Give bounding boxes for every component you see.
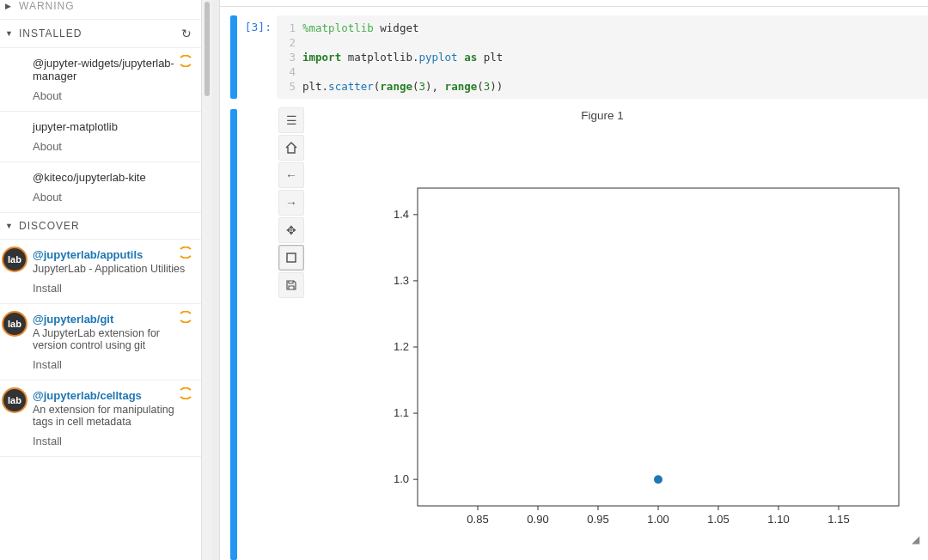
chevron-down-icon: ▼ bbox=[5, 222, 14, 230]
section-label: WARNING bbox=[19, 0, 75, 12]
section-discover[interactable]: ▼ DISCOVER bbox=[0, 213, 201, 240]
svg-text:1.1: 1.1 bbox=[394, 406, 409, 419]
jupyter-icon bbox=[179, 55, 192, 67]
ext-title-link[interactable]: @jupyterlab/git bbox=[33, 313, 191, 326]
installed-ext-item[interactable]: jupyter-matplotlib About bbox=[0, 112, 201, 162]
code-content[interactable]: %matplotlib widget import matplotlib.pyp… bbox=[302, 21, 928, 94]
mpl-home-button[interactable] bbox=[278, 135, 304, 161]
svg-text:0.90: 0.90 bbox=[527, 513, 548, 526]
section-installed[interactable]: ▼ INSTALLED ↻ bbox=[0, 20, 201, 48]
svg-text:1.15: 1.15 bbox=[827, 513, 849, 526]
svg-rect-0 bbox=[287, 253, 296, 262]
svg-text:1.2: 1.2 bbox=[394, 340, 409, 353]
svg-point-26 bbox=[654, 475, 662, 484]
svg-text:1.4: 1.4 bbox=[394, 208, 409, 221]
code-editor[interactable]: 1 2 3 4 5 %matplotlib widget import matp… bbox=[277, 15, 928, 99]
jupyter-icon bbox=[179, 247, 192, 259]
resize-handle-icon[interactable]: ◢ bbox=[912, 533, 919, 545]
ext-action-install[interactable]: Install bbox=[33, 435, 191, 447]
mpl-pan-button[interactable]: ✥ bbox=[278, 217, 304, 243]
lab-badge-icon: lab bbox=[2, 387, 27, 413]
discover-ext-item[interactable]: lab @jupyterlab/git A JupyterLab extensi… bbox=[0, 304, 201, 380]
figure-title: Figure 1 bbox=[277, 104, 928, 122]
section-label: DISCOVER bbox=[19, 220, 80, 232]
svg-text:1.05: 1.05 bbox=[707, 513, 729, 526]
ext-title: @kiteco/jupyterlab-kite bbox=[33, 171, 191, 184]
output-indicator bbox=[230, 109, 237, 560]
ext-action-about[interactable]: About bbox=[33, 140, 191, 153]
figure-output[interactable]: Figure 1 ☰ ← → ✥ 1.01.11.21.31.40.850.90… bbox=[277, 104, 928, 551]
discover-ext-item[interactable]: lab @jupyterlab/celltags An extension fo… bbox=[0, 380, 201, 457]
notebook-area: [3]: 1 2 3 4 5 %matplotlib widget import… bbox=[220, 0, 928, 560]
cell-output: Figure 1 ☰ ← → ✥ 1.01.11.21.31.40.850.90… bbox=[220, 104, 928, 560]
ext-title: @jupyter-widgets/jupyterlab-manager bbox=[33, 57, 191, 82]
lab-badge-icon: lab bbox=[2, 311, 27, 337]
cell-run-indicator bbox=[230, 15, 237, 99]
mpl-save-button[interactable] bbox=[278, 272, 304, 298]
section-warning[interactable]: ▶ WARNING bbox=[0, 0, 201, 20]
ext-action-about[interactable]: About bbox=[33, 89, 191, 102]
lab-badge-icon: lab bbox=[2, 247, 27, 272]
extension-manager-sidebar: ▶ WARNING ▼ INSTALLED ↻ @jupyter-widgets… bbox=[0, 0, 202, 560]
installed-ext-item[interactable]: @jupyter-widgets/jupyterlab-manager Abou… bbox=[0, 48, 201, 112]
svg-text:1.00: 1.00 bbox=[647, 513, 669, 526]
chevron-right-icon: ▶ bbox=[5, 2, 14, 10]
ext-action-install[interactable]: Install bbox=[33, 358, 191, 371]
chart-canvas[interactable]: 1.01.11.21.31.40.850.900.951.001.051.101… bbox=[366, 180, 916, 540]
discover-ext-item[interactable]: lab @jupyterlab/apputils JupyterLab - Ap… bbox=[0, 240, 201, 304]
line-numbers: 1 2 3 4 5 bbox=[277, 21, 302, 94]
jupyter-icon bbox=[179, 387, 192, 399]
ext-description: A JupyterLab extension for version contr… bbox=[33, 327, 191, 351]
svg-rect-1 bbox=[418, 188, 899, 506]
ext-action-install[interactable]: Install bbox=[33, 282, 191, 295]
notebook-top-rule bbox=[220, 0, 928, 7]
svg-text:1.10: 1.10 bbox=[767, 513, 789, 526]
refresh-icon[interactable]: ↻ bbox=[181, 27, 192, 40]
svg-text:1.0: 1.0 bbox=[394, 472, 409, 485]
ext-title-link[interactable]: @jupyterlab/apputils bbox=[33, 248, 191, 261]
ext-description: JupyterLab - Application Utilities bbox=[33, 263, 191, 275]
panel-divider[interactable] bbox=[212, 0, 220, 560]
mpl-toolbar: ☰ ← → ✥ bbox=[278, 107, 304, 298]
sidebar-scrollbar[interactable] bbox=[202, 0, 212, 560]
svg-text:1.3: 1.3 bbox=[394, 274, 409, 287]
output-prompt-spacer bbox=[241, 104, 277, 109]
ext-description: An extension for manipulating tags in ce… bbox=[33, 404, 191, 428]
code-cell[interactable]: [3]: 1 2 3 4 5 %matplotlib widget import… bbox=[220, 15, 928, 99]
ext-action-about[interactable]: About bbox=[33, 191, 191, 204]
section-label: INSTALLED bbox=[19, 27, 82, 40]
ext-title-link[interactable]: @jupyterlab/celltags bbox=[33, 389, 191, 402]
mpl-menu-button[interactable]: ☰ bbox=[278, 107, 304, 133]
cell-prompt: [3]: bbox=[241, 15, 277, 33]
mpl-forward-button[interactable]: → bbox=[278, 190, 304, 216]
chevron-down-icon: ▼ bbox=[5, 29, 14, 38]
mpl-back-button[interactable]: ← bbox=[278, 162, 304, 188]
svg-text:0.95: 0.95 bbox=[587, 513, 608, 526]
installed-ext-item[interactable]: @kiteco/jupyterlab-kite About bbox=[0, 162, 201, 213]
mpl-zoom-button[interactable] bbox=[278, 245, 304, 271]
jupyter-icon bbox=[179, 311, 192, 323]
svg-text:0.85: 0.85 bbox=[467, 513, 488, 526]
ext-title: jupyter-matplotlib bbox=[33, 120, 191, 133]
